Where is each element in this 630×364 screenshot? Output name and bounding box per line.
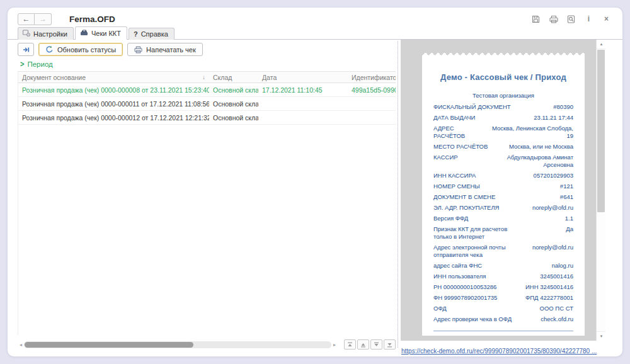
receipt-row-value: nalog.ru (552, 262, 573, 270)
cell-document: Розничная продажа (чек) 0000-000012 от 1… (18, 114, 209, 122)
info-icon[interactable]: i (584, 14, 593, 24)
vertical-scrollbar[interactable]: ▴ ▾ (596, 40, 605, 341)
receipt-row: ФН 9999078902001735 ФПД 4222778001 (433, 292, 573, 303)
receipt-row-label: НОМЕР СМЕНЫ (433, 183, 480, 190)
go-last-row-button[interactable] (384, 339, 396, 350)
close-icon[interactable]: × (602, 14, 611, 24)
receipt-row-value: noreply@ofd.ru (532, 204, 573, 212)
receipt-row: ДАТА ВЫДАЧИ 23.11.21 17:44 (433, 112, 573, 123)
scroll-down-icon[interactable]: ▾ (597, 331, 605, 341)
button-label: Напечатать чек (146, 46, 196, 54)
go-next-row-button[interactable] (370, 339, 382, 350)
period-label: Период (27, 60, 52, 68)
print-icon[interactable] (549, 14, 558, 24)
cell-identifier: 499a15d5-0990-... (348, 86, 396, 94)
receipt-row: ИНН пользователя 3245001416 (433, 271, 573, 282)
receipt-row: ОФД ООО ПС СТ (433, 304, 573, 314)
receipt-row-value: 1.1 (565, 215, 573, 222)
print-receipt-button[interactable]: Напечатать чек (127, 43, 203, 56)
question-icon: ? (134, 30, 138, 38)
tab-help[interactable]: ? Справка (129, 28, 175, 40)
receipt-row: ИНН КАССИРА 057201029903 (433, 170, 573, 181)
forward-arrow-icon: → (39, 14, 47, 23)
collapse-panel-icon (23, 47, 30, 53)
receipt-row-value: 3245001416 (540, 273, 573, 280)
receipt-row-value: check.ofd.ru (541, 316, 573, 323)
page-title: Ferma.OFD (69, 14, 115, 24)
receipt-row: Адрес проверки чека в ОФД check.ofd.ru (433, 314, 573, 325)
receipt-row-label: ИНН пользователя (433, 273, 486, 280)
receipt-preview-area: Демо - Кассовый чек / Приход Тестовая ор… (401, 40, 605, 341)
receipt-row-label: ДАТА ВЫДАЧИ (433, 114, 475, 122)
go-first-row-button[interactable] (344, 339, 356, 350)
table-header[interactable]: Документ основание ↓ Склад Дата Идентифи… (18, 72, 396, 83)
refresh-icon (45, 45, 54, 54)
receipt-row-value: #80390 (553, 103, 573, 111)
titlebar: ← → Ferma.OFD i × (8, 8, 622, 26)
tab-kkt-receipts[interactable]: Чеки ККТ (75, 26, 127, 40)
receipt-preview-pane: Демо - Кассовый чек / Приход Тестовая ор… (401, 40, 614, 356)
receipt-row-label: Версия ФФД (433, 215, 468, 222)
cash-register-icon (80, 29, 88, 37)
documents-pane: Обновить статусы Напечатать чек > Период… (18, 40, 396, 356)
receipt-row: ФИСКАЛЬНЫЙ ДОКУМЕНТ #80390 (433, 101, 573, 112)
receipt-row-value: Москва, или не Москва (509, 143, 573, 151)
period-toggle[interactable]: > Период (20, 60, 396, 68)
scroll-left-icon[interactable]: ◂ (18, 342, 24, 348)
receipt-row-value: 23.11.21 17:44 (534, 114, 573, 122)
receipt-row: НОМЕР СМЕНЫ #121 (433, 181, 573, 191)
receipt-row-label: ОФД (433, 305, 447, 312)
chevron-right-icon: > (20, 60, 24, 68)
receipt-row-label: МЕСТО РАСЧЁТОВ (433, 143, 488, 151)
vertical-scrollbar-thumb[interactable] (597, 50, 605, 212)
receipt-row: АДРЕС РАСЧЁТОВ Москва, Ленинская Слобода… (433, 123, 573, 141)
receipt-row-value: ИНН 3245001416 (525, 283, 573, 291)
cell-date: 17.12.2021 11:10:45 (258, 86, 348, 94)
cell-document: Розничная продажа (чек) 0000-000008 от 2… (18, 86, 209, 94)
save-icon[interactable] (531, 14, 541, 24)
collapse-panel-button[interactable] (18, 43, 34, 56)
scroll-right-icon[interactable]: ▸ (331, 342, 338, 348)
check-link-row: https://check-demo.ofd.ru/rec/9999078902… (401, 341, 614, 356)
go-previous-row-button[interactable] (357, 339, 369, 350)
receipt-row-value: Да (566, 225, 573, 241)
receipt-row: Признак ККТ для расчетов только в Интерн… (433, 224, 573, 242)
pane-splitter[interactable] (396, 40, 401, 356)
tab-settings[interactable]: Настройки (18, 27, 74, 40)
receipt-title: Демо - Кассовый чек / Приход (433, 72, 573, 82)
toolbar: Обновить статусы Напечатать чек (18, 43, 396, 56)
receipt-row-value: Абдулкадырова Аминат Арсеновна (478, 154, 573, 169)
preview-icon[interactable] (566, 14, 576, 24)
cell-warehouse: Основной склад (209, 114, 258, 122)
receipt-row-label: ФН 9999078902001735 (433, 294, 497, 302)
settings-icon (23, 30, 30, 38)
receipt-row-value: ФПД 4222778001 (525, 294, 573, 302)
table-row[interactable]: Розничная продажа (чек) 0000-000011 от 1… (18, 97, 396, 111)
receipt-row-value: #641 (560, 193, 573, 201)
receipt-row-label: ДОКУМЕНТ В СМЕНЕ (433, 193, 495, 201)
column-header-identifier[interactable]: Идентификатор ... (348, 74, 396, 81)
sort-desc-icon: ↓ (202, 74, 205, 81)
receipt-row: Адрес электронной почты отправителя чека… (433, 242, 573, 260)
table-row[interactable]: Розничная продажа (чек) 0000-000012 от 1… (18, 111, 396, 125)
column-header-warehouse[interactable]: Склад (209, 74, 258, 81)
receipt-separator (433, 331, 573, 331)
cell-document: Розничная продажа (чек) 0000-000011 от 1… (18, 100, 209, 108)
cell-warehouse: Основной склад (209, 100, 258, 108)
forward-button[interactable]: → (35, 13, 52, 25)
receipt-row: адрес сайта ФНС nalog.ru (433, 260, 573, 271)
refresh-statuses-button[interactable]: Обновить статусы (38, 43, 123, 56)
button-label: Обновить статусы (57, 46, 116, 54)
horizontal-scrollbar-thumb[interactable] (25, 342, 193, 348)
check-url-link[interactable]: https://check-demo.ofd.ru/rec/9999078902… (401, 348, 597, 355)
receipt-row-value: ООО ПС СТ (540, 305, 573, 312)
receipt-row: РН 0000000010053286 ИНН 3245001416 (433, 282, 573, 292)
back-button[interactable]: ← (18, 13, 35, 25)
table-row[interactable]: Розничная продажа (чек) 0000-000008 от 2… (18, 83, 396, 97)
column-header-document[interactable]: Документ основание (22, 74, 86, 81)
table-bottom-bar: ◂ ▸ (18, 339, 396, 350)
column-header-date[interactable]: Дата (258, 74, 348, 81)
receipt-row-label: Признак ККТ для расчетов только в Интерн… (433, 225, 515, 241)
scroll-up-icon[interactable]: ▴ (597, 40, 605, 49)
horizontal-scrollbar[interactable] (24, 341, 331, 348)
